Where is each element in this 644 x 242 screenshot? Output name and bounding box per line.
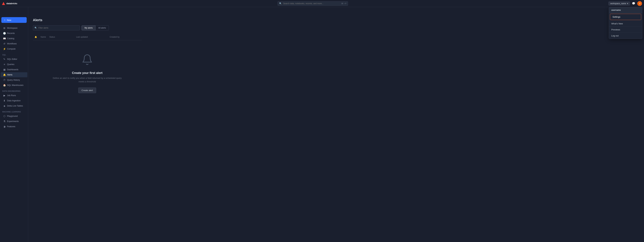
create-alert-button[interactable]: Create alert xyxy=(78,88,96,93)
logo-icon xyxy=(2,2,5,5)
sidebar-item-label: Dashboards xyxy=(7,68,18,71)
sidebar-item-features[interactable]: ◑ Features xyxy=(1,124,27,129)
sidebar-item-label: Delta Live Tables xyxy=(7,105,23,107)
sidebar: ＋ New ⊞ Workspace 🕐 Recents 📖 Catalog ↺ … xyxy=(0,7,28,242)
recents-icon: 🕐 xyxy=(3,32,6,35)
col-created-by: Created by xyxy=(108,35,142,39)
dropdown-item-logout[interactable]: Log out xyxy=(609,33,642,39)
sidebar-item-workspace[interactable]: ⊞ Workspace xyxy=(1,26,27,31)
workspace-selector[interactable]: workspace_name ▾ xyxy=(608,2,630,6)
sidebar-item-label: Playground xyxy=(7,115,18,117)
filter-search-icon: 🔍 xyxy=(34,27,37,29)
new-button[interactable]: ＋ New xyxy=(1,17,27,23)
sidebar-item-delta-live-tables[interactable]: ◈ Delta Live Tables xyxy=(1,103,27,108)
plus-icon: ＋ xyxy=(4,19,6,22)
chat-icon-button[interactable]: 💬 xyxy=(631,1,636,6)
sidebar-item-label: Workflows xyxy=(7,43,16,45)
dropdown-item-settings[interactable]: Settings xyxy=(610,14,641,20)
sidebar-item-playground[interactable]: ⬡ Playground xyxy=(1,113,27,119)
sidebar-item-sql-warehouses[interactable]: 🏠 SQL Warehouses xyxy=(1,83,27,88)
experiments-icon: ⚗ xyxy=(3,120,6,123)
section-label-machine-learning: Machine Learning xyxy=(0,108,28,113)
sidebar-item-label: Job Runs xyxy=(7,94,16,97)
section-label-sql: SQL xyxy=(0,52,28,56)
sidebar-item-label: Alerts xyxy=(7,74,12,76)
tab-group: My alerts All alerts xyxy=(82,25,109,30)
filter-input-wrap: 🔍 xyxy=(33,25,80,30)
alerts-icon: 🔔 xyxy=(3,73,6,76)
dropdown-header: username xyxy=(609,7,642,13)
col-status: Status xyxy=(48,35,74,39)
search-shortcut: ⌘ + P xyxy=(341,2,346,5)
sidebar-item-workflows[interactable]: ↺ Workflows xyxy=(1,41,27,46)
job-runs-icon: ▶ xyxy=(3,94,6,97)
sidebar-item-label: Queries xyxy=(7,63,14,66)
catalog-icon: 📖 xyxy=(3,37,6,40)
data-ingestion-icon: ⬇ xyxy=(3,99,6,102)
main-area: Alerts 🔍 My alerts All alerts 🔔 Name Sta… xyxy=(28,7,146,242)
empty-bell-icon xyxy=(81,54,93,67)
sidebar-item-label: Data Ingestion xyxy=(7,99,21,102)
delta-live-tables-icon: ◈ xyxy=(3,104,6,107)
toolbar: 🔍 My alerts All alerts xyxy=(33,25,142,30)
col-bell: 🔔 xyxy=(33,35,39,39)
sql-editor-icon: ✎ xyxy=(3,58,6,60)
dropdown-item-whats-new[interactable]: What's New xyxy=(609,21,642,27)
sidebar-item-label: Compute xyxy=(7,48,16,50)
app-logo[interactable]: databricks xyxy=(2,2,17,5)
col-name: Name xyxy=(39,35,48,39)
playground-icon: ⬡ xyxy=(3,115,6,117)
sidebar-item-label: Query History xyxy=(7,79,20,81)
sidebar-item-label: SQL Warehouses xyxy=(7,84,24,86)
sidebar-item-label: Experiments xyxy=(7,120,18,123)
sidebar-item-alerts[interactable]: 🔔 Alerts xyxy=(1,72,27,77)
tab-all-alerts[interactable]: All alerts xyxy=(96,26,109,30)
dashboards-icon: ▦ xyxy=(3,68,6,71)
section-label-data-engineering: Data Engineering xyxy=(0,88,28,93)
workflows-icon: ↺ xyxy=(3,42,6,45)
sidebar-item-label: SQL Editor xyxy=(7,58,17,60)
sidebar-item-recents[interactable]: 🕐 Recents xyxy=(1,31,27,36)
dropdown-menu: username Settings What's New Previews Lo… xyxy=(609,7,642,39)
dropdown-item-previews[interactable]: Previews xyxy=(609,27,642,33)
sidebar-item-dashboards[interactable]: ▦ Dashboards xyxy=(1,67,27,72)
sidebar-item-label: Recents xyxy=(7,32,15,35)
global-search-input[interactable] xyxy=(278,1,348,6)
tab-my-alerts[interactable]: My alerts xyxy=(82,26,96,30)
features-icon: ◑ xyxy=(3,125,6,128)
table-header: 🔔 Name Status Last updated Created by xyxy=(33,34,142,40)
sidebar-item-label: Catalog xyxy=(7,37,14,40)
sidebar-item-queries[interactable]: ≡ Queries xyxy=(1,62,27,67)
workspace-icon: ⊞ xyxy=(3,27,6,29)
workspace-selector-label: workspace_name xyxy=(610,2,626,5)
queries-icon: ≡ xyxy=(3,63,6,66)
search-bar: 🔍 ⌘ + P xyxy=(278,1,348,6)
search-icon: 🔍 xyxy=(279,2,282,5)
sql-warehouses-icon: 🏠 xyxy=(3,84,6,86)
sidebar-item-label: Features xyxy=(7,125,15,128)
empty-state-description: Define an alert to notify you when a fie… xyxy=(50,76,124,83)
filter-alerts-input[interactable] xyxy=(33,25,80,30)
sidebar-item-experiments[interactable]: ⚗ Experiments xyxy=(1,119,27,124)
sidebar-item-sql-editor[interactable]: ✎ SQL Editor xyxy=(1,57,27,62)
compute-icon: ⚡ xyxy=(3,48,6,50)
bell-header-icon: 🔔 xyxy=(34,36,37,38)
empty-state-title: Create your first alert xyxy=(72,71,102,75)
sidebar-item-job-runs[interactable]: ▶ Job Runs xyxy=(1,93,27,98)
topbar-right: workspace_name ▾ 💬 J xyxy=(608,1,642,6)
empty-state: Create your first alert Define an alert … xyxy=(33,40,142,106)
query-history-icon: ⏱ xyxy=(3,79,6,81)
new-button-label: New xyxy=(7,19,11,21)
avatar[interactable]: J xyxy=(637,1,642,6)
sidebar-item-query-history[interactable]: ⏱ Query History xyxy=(1,77,27,82)
sidebar-item-label: Workspace xyxy=(7,27,18,29)
topbar: databricks 🔍 ⌘ + P workspace_name ▾ 💬 J xyxy=(0,0,644,7)
app-name: databricks xyxy=(6,2,17,5)
sidebar-item-data-ingestion[interactable]: ⬇ Data Ingestion xyxy=(1,98,27,103)
sidebar-item-compute[interactable]: ⚡ Compute xyxy=(1,46,27,51)
chevron-down-icon: ▾ xyxy=(627,2,628,5)
col-last-updated: Last updated xyxy=(74,35,108,39)
page-title: Alerts xyxy=(33,18,142,22)
sidebar-item-catalog[interactable]: 📖 Catalog xyxy=(1,36,27,41)
